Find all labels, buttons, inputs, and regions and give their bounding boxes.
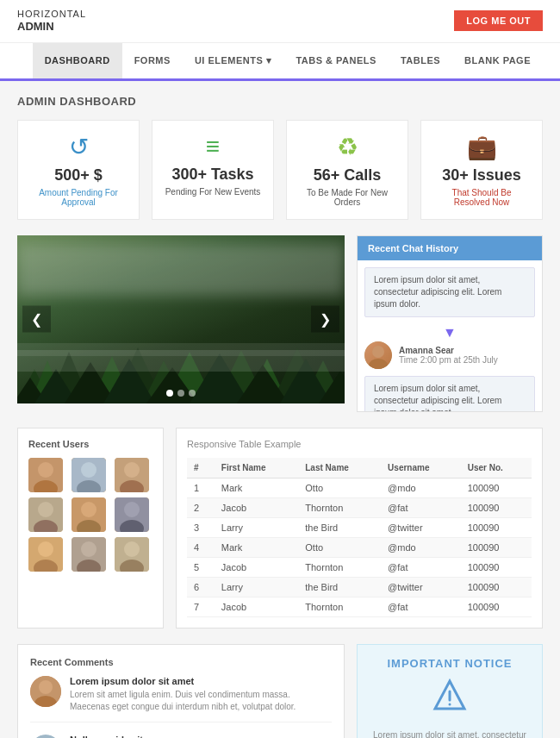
nav-blank[interactable]: BLANK PAGE (452, 43, 543, 78)
chat-body: Lorem ipsum dolor sit amet, consectetur … (358, 260, 542, 411)
nav-tabs-panels[interactable]: TABS & PANELS (283, 43, 389, 78)
table-row: 4MarkOtto@mdo100090 (187, 537, 532, 557)
stat-card-money: ↺ 500+ $ Amount Pending For Approval (17, 120, 140, 220)
table-cell: Thornton (298, 497, 381, 517)
table-cell: Jacob (215, 497, 298, 517)
table-cell: 100090 (461, 517, 532, 537)
page-content: ADMIN DASHBOARD ↺ 500+ $ Amount Pending … (0, 81, 560, 738)
comment-avatar-1 (30, 676, 61, 707)
table-cell: Larry (215, 577, 298, 597)
stat-cards: ↺ 500+ $ Amount Pending For Approval ≡ 3… (17, 120, 543, 220)
carousel-dot-3[interactable] (189, 390, 196, 397)
chat-arrow-icon: ▼ (364, 326, 535, 340)
table-cell: 1 (187, 478, 215, 497)
recent-comments-title: Recent Comments (30, 657, 332, 667)
table-cell: Jacob (215, 557, 298, 577)
svg-point-64 (449, 703, 451, 705)
table-row: 3Larrythe Bird@twitter100090 (187, 517, 532, 537)
table-cell: Thornton (298, 597, 381, 616)
nav-ui-elements[interactable]: UI ELEMENTS ▾ (183, 43, 284, 78)
briefcase-icon: 💼 (433, 133, 530, 161)
comment-avatar-2 (30, 735, 61, 738)
stat-card-calls: ♻ 56+ Calls To Be Made For New Orders (286, 120, 408, 220)
svg-point-54 (39, 680, 53, 694)
user-thumb-1 (28, 458, 63, 492)
table-cell: @fat (381, 597, 461, 616)
table-cell: Otto (298, 478, 381, 497)
menu-icon: ≡ (165, 133, 261, 160)
carousel-prev-button[interactable]: ❮ (22, 306, 51, 333)
table-cell: the Bird (298, 517, 381, 537)
table-cell: 4 (187, 537, 215, 557)
notice-title: IMPORTANT NOTICE (370, 657, 530, 670)
notice-text: Lorem ipsum dolor sit amet, consectetur … (370, 729, 530, 738)
nav-tables[interactable]: TABLES (389, 43, 452, 78)
table-cell: 7 (187, 597, 215, 616)
svg-point-45 (38, 541, 53, 557)
chat-sender-name: Amanna Sear (399, 346, 498, 355)
resp-table-title: Responsive Table Example (187, 439, 532, 449)
svg-point-33 (124, 462, 140, 478)
logo: HORIZONTAL ADMIN (17, 9, 86, 34)
table-cell: 5 (187, 557, 215, 577)
svg-point-36 (38, 502, 53, 517)
chat-header: Recent Chat History (358, 236, 542, 260)
svg-point-25 (369, 359, 388, 369)
carousel: ❮ ❯ (17, 235, 345, 403)
user-thumb-8 (72, 537, 106, 572)
svg-point-39 (81, 502, 96, 517)
svg-point-48 (81, 541, 96, 557)
recycle-icon: ♻ (299, 133, 395, 161)
stat-number-tasks: 300+ Tasks (165, 166, 261, 184)
page-title: ADMIN DASHBOARD (17, 95, 543, 108)
col-firstname: First Name (215, 458, 298, 478)
svg-point-24 (372, 346, 384, 358)
tables-row: Recent Users (17, 428, 543, 629)
chat-sender-info: Amanna Sear Time 2:00 pm at 25th July (399, 346, 498, 365)
table-cell: 2 (187, 497, 215, 517)
stat-number-money: 500+ $ (30, 166, 127, 184)
comment-item-2: Nulla gravida vitae neque Lorem sit amet… (30, 735, 332, 738)
comment-content-1: Lorem ipsum dolor sit amet Lorem sit ame… (70, 676, 332, 713)
table-cell: Thornton (298, 557, 381, 577)
comment-item-1: Lorem ipsum dolor sit amet Lorem sit ame… (30, 676, 332, 722)
recent-users-panel: Recent Users (17, 428, 164, 629)
table-cell: 100090 (461, 478, 532, 497)
chat-sender-time: Time 2:00 pm at 25th July (399, 355, 498, 365)
table-cell: @fat (381, 557, 461, 577)
user-thumb-3 (115, 458, 149, 492)
user-thumb-6 (115, 497, 149, 532)
data-table: # First Name Last Name Username User No.… (187, 458, 532, 617)
table-cell: 100090 (461, 597, 532, 616)
carousel-next-button[interactable]: ❯ (311, 306, 339, 333)
user-thumb-4 (28, 497, 63, 532)
table-cell: 100090 (461, 557, 532, 577)
table-cell: @mdo (381, 478, 461, 497)
comment-title-1: Lorem ipsum dolor sit amet (70, 676, 332, 686)
table-body: 1MarkOtto@mdo1000902JacobThornton@fat100… (187, 478, 532, 616)
col-username: Username (381, 458, 461, 478)
header: HORIZONTAL ADMIN LOG ME OUT (0, 0, 560, 43)
carousel-dot-1[interactable] (166, 390, 173, 397)
logout-button[interactable]: LOG ME OUT (454, 10, 543, 31)
carousel-dot-2[interactable] (177, 390, 184, 397)
important-notice-panel: IMPORTANT NOTICE Lorem ipsum dolor sit a… (357, 644, 543, 738)
table-cell: 100090 (461, 497, 532, 517)
nav-dashboard[interactable]: DASHBOARD (33, 43, 122, 78)
nav-forms[interactable]: FORMS (122, 43, 183, 78)
table-row: 5JacobThornton@fat100090 (187, 557, 532, 577)
stat-label-money: Amount Pending For Approval (30, 188, 127, 207)
carousel-dots (166, 390, 196, 397)
logo-line1: HORIZONTAL (17, 9, 86, 20)
table-header-row: # First Name Last Name Username User No. (187, 458, 532, 478)
table-cell: @twitter (381, 577, 461, 597)
table-row: 7JacobThornton@fat100090 (187, 597, 532, 616)
recent-comments-panel: Recent Comments Lorem ipsum dolor sit am… (17, 644, 345, 738)
table-cell: Larry (215, 517, 298, 537)
table-cell: 100090 (461, 577, 532, 597)
table-row: 2JacobThornton@fat100090 (187, 497, 532, 517)
stat-label-tasks: Pending For New Events (165, 187, 261, 197)
table-cell: Jacob (215, 597, 298, 616)
avatar (364, 341, 392, 369)
table-cell: Mark (215, 478, 298, 497)
